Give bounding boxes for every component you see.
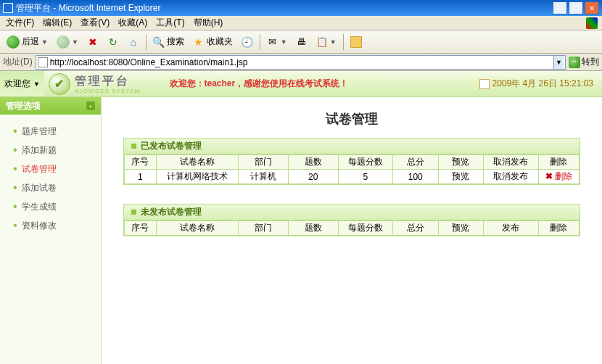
chevron-down-icon: ▼ xyxy=(72,38,78,46)
search-label: 搜索 xyxy=(167,36,184,48)
panel-title: 已发布试卷管理 xyxy=(141,140,202,152)
col-header: 部门 xyxy=(238,221,288,236)
folder-button[interactable] xyxy=(347,33,366,51)
print-button[interactable]: 🖶 xyxy=(292,33,311,51)
sidebar-item-4[interactable]: •学生成绩 xyxy=(13,197,101,216)
cell: 5 xyxy=(338,170,392,184)
history-button[interactable]: 🕘 xyxy=(238,33,257,51)
menu-view[interactable]: 查看(V) xyxy=(76,15,114,30)
brand-title: 管理平台 xyxy=(75,74,141,89)
maximize-button[interactable]: ❐ xyxy=(569,1,583,15)
sidebar-item-label: 试卷管理 xyxy=(22,163,57,175)
separator xyxy=(343,34,344,50)
close-button[interactable]: ✕ xyxy=(585,1,599,15)
history-icon: 🕘 xyxy=(242,36,253,48)
bullet-icon: • xyxy=(13,125,17,137)
sidebar-header: 管理选项 ▪ xyxy=(0,97,101,115)
col-header: 取消发布 xyxy=(484,155,538,170)
bullet-icon: • xyxy=(13,163,17,175)
datetime-text: 2009年 4月 26日 15:21:03 xyxy=(492,78,593,90)
search-button[interactable]: 🔍 搜索 xyxy=(149,33,188,51)
chevron-down-icon: ▼ xyxy=(41,38,48,46)
app-icon xyxy=(3,3,13,13)
col-header: 序号 xyxy=(125,221,157,236)
published-table: 序号试卷名称部门题数每题分数总分预览取消发布删除 1计算机网络技术计算机2051… xyxy=(124,154,580,184)
bullet-icon: • xyxy=(13,201,17,212)
sidebar-item-label: 资料修改 xyxy=(22,220,57,232)
toolbar: 后退 ▼ ▼ ✖ ↻ ⌂ 🔍 搜索 ★ 收藏夹 🕘 ✉▼ 🖶 📋▼ xyxy=(0,30,602,54)
preview-link[interactable]: 预览 xyxy=(438,170,484,184)
go-icon xyxy=(569,57,580,68)
address-input[interactable]: http://localhost:8080/Online_Examination… xyxy=(36,55,566,70)
forward-button[interactable]: ▼ xyxy=(53,33,82,51)
delete-icon: ✖ xyxy=(545,171,553,181)
unpublished-table: 序号试卷名称部门题数每题分数总分预览发布删除 xyxy=(124,220,580,236)
welcome-dropdown[interactable]: 欢迎您 ▼ xyxy=(0,71,44,96)
menu-fav[interactable]: 收藏(A) xyxy=(114,15,152,30)
sidebar-item-3[interactable]: •添加试卷 xyxy=(13,178,101,197)
page-icon xyxy=(38,57,48,67)
minimize-button[interactable]: ─ xyxy=(553,1,567,15)
sidebar-item-5[interactable]: •资料修改 xyxy=(13,216,101,235)
address-bar: 地址(D) http://localhost:8080/Online_Exami… xyxy=(0,54,602,71)
col-header: 删除 xyxy=(538,155,579,170)
sidebar-item-2[interactable]: •试卷管理 xyxy=(13,160,101,178)
chevron-down-icon: ▼ xyxy=(33,80,40,88)
delete-link[interactable]: ✖ 删除 xyxy=(538,170,579,184)
welcome-message: 欢迎您：teacher，感谢您使用在线考试系统！ xyxy=(170,78,349,90)
collapse-icon[interactable]: ▪ xyxy=(86,102,95,110)
window-title: 管理平台 - Microsoft Internet Explorer xyxy=(16,2,551,15)
stop-button[interactable]: ✖ xyxy=(83,33,102,51)
search-icon: 🔍 xyxy=(153,36,165,48)
page-title: 试卷管理 xyxy=(123,110,580,128)
unpublish-link[interactable]: 取消发布 xyxy=(484,170,538,184)
col-header: 题数 xyxy=(288,221,338,236)
back-button[interactable]: 后退 ▼ xyxy=(3,33,51,51)
edit-button[interactable]: 📋▼ xyxy=(313,33,340,51)
cell: 1 xyxy=(125,170,157,184)
menu-file[interactable]: 文件(F) xyxy=(1,15,38,30)
table-row: 1计算机网络技术计算机205100预览取消发布✖ 删除 xyxy=(125,170,580,184)
separator xyxy=(260,34,260,50)
col-header: 部门 xyxy=(238,155,288,170)
sidebar-item-label: 学生成绩 xyxy=(22,201,57,213)
col-header: 发布 xyxy=(484,221,538,236)
sidebar: 管理选项 ▪ •题库管理•添加新题•试卷管理•添加试卷•学生成绩•资料修改 xyxy=(0,97,102,364)
col-header: 每题分数 xyxy=(338,221,392,236)
address-label: 地址(D) xyxy=(3,56,33,68)
brand-subtitle: ALOIFOES SYSYEM xyxy=(75,88,141,94)
go-label: 转到 xyxy=(582,56,599,68)
go-button[interactable]: 转到 xyxy=(569,56,599,68)
stop-icon: ✖ xyxy=(87,36,99,48)
menu-help[interactable]: 帮助(H) xyxy=(189,15,228,30)
cell: 计算机 xyxy=(238,170,288,184)
main-content: 试卷管理 已发布试卷管理 序号试卷名称部门题数每题分数总分预览取消发布删除 1计… xyxy=(102,97,602,364)
bullet-icon: • xyxy=(13,220,17,231)
col-header: 删除 xyxy=(538,221,579,236)
col-header: 题数 xyxy=(288,155,338,170)
menu-edit[interactable]: 编辑(E) xyxy=(38,15,76,30)
home-button[interactable]: ⌂ xyxy=(124,33,143,51)
refresh-button[interactable]: ↻ xyxy=(104,33,123,51)
mail-button[interactable]: ✉▼ xyxy=(263,33,291,51)
favorites-button[interactable]: ★ 收藏夹 xyxy=(189,33,236,51)
edit-icon: 📋 xyxy=(316,36,328,48)
sidebar-item-0[interactable]: •题库管理 xyxy=(13,122,101,141)
col-header: 序号 xyxy=(125,155,157,170)
col-header: 预览 xyxy=(438,155,484,170)
col-header: 预览 xyxy=(438,221,484,236)
sidebar-item-label: 添加新题 xyxy=(22,144,57,157)
print-icon: 🖶 xyxy=(296,36,308,48)
folder-icon xyxy=(350,36,362,48)
menu-tools[interactable]: 工具(T) xyxy=(152,15,189,30)
page-header: 欢迎您 ▼ ✔ 管理平台 ALOIFOES SYSYEM 欢迎您：teacher… xyxy=(0,71,602,97)
welcome-label: 欢迎您 xyxy=(4,78,30,90)
sidebar-item-label: 题库管理 xyxy=(22,125,57,138)
panel-header: 已发布试卷管理 xyxy=(124,138,580,154)
back-label: 后退 xyxy=(22,36,39,48)
sidebar-item-1[interactable]: •添加新题 xyxy=(13,141,101,160)
separator xyxy=(146,34,147,50)
address-dropdown[interactable]: ▼ xyxy=(553,56,564,69)
datetime-display: 2009年 4月 26日 15:21:03 xyxy=(479,78,593,90)
published-panel: 已发布试卷管理 序号试卷名称部门题数每题分数总分预览取消发布删除 1计算机网络技… xyxy=(123,138,580,185)
